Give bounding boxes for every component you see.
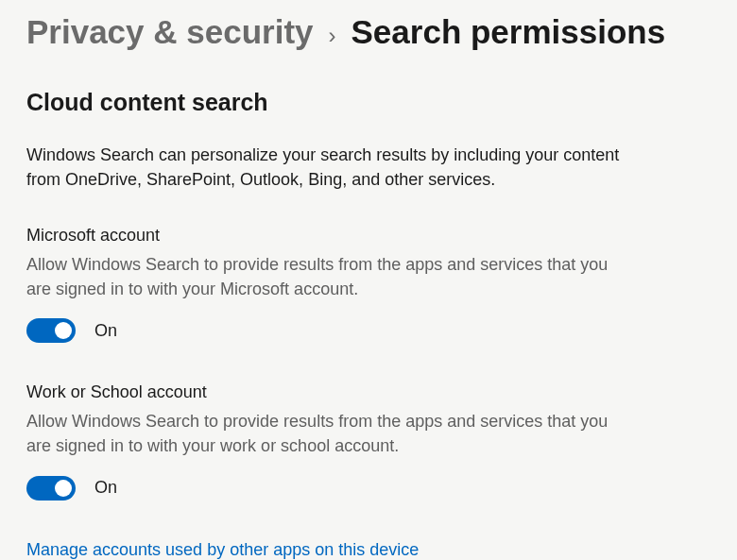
toggle-row: On xyxy=(26,476,711,501)
toggle-state-label: On xyxy=(94,321,117,341)
setting-label: Microsoft account xyxy=(26,226,711,246)
section-title: Cloud content search xyxy=(26,89,711,116)
breadcrumb: Privacy & security › Search permissions xyxy=(26,13,711,51)
breadcrumb-parent[interactable]: Privacy & security xyxy=(26,13,314,51)
breadcrumb-current: Search permissions xyxy=(351,13,666,51)
toggle-knob xyxy=(55,322,72,339)
chevron-right-icon: › xyxy=(329,23,336,49)
setting-description: Allow Windows Search to provide results … xyxy=(26,252,631,301)
setting-description: Allow Windows Search to provide results … xyxy=(26,409,631,458)
setting-microsoft-account: Microsoft account Allow Windows Search t… xyxy=(26,226,711,343)
setting-label: Work or School account xyxy=(26,382,711,402)
setting-work-school-account: Work or School account Allow Windows Sea… xyxy=(26,382,711,500)
toggle-row: On xyxy=(26,318,711,343)
section-description: Windows Search can personalize your sear… xyxy=(26,143,631,192)
toggle-knob xyxy=(55,480,72,497)
toggle-microsoft-account[interactable] xyxy=(26,318,76,343)
manage-accounts-link[interactable]: Manage accounts used by other apps on th… xyxy=(26,540,419,560)
toggle-work-school-account[interactable] xyxy=(26,476,76,501)
toggle-state-label: On xyxy=(94,478,117,498)
